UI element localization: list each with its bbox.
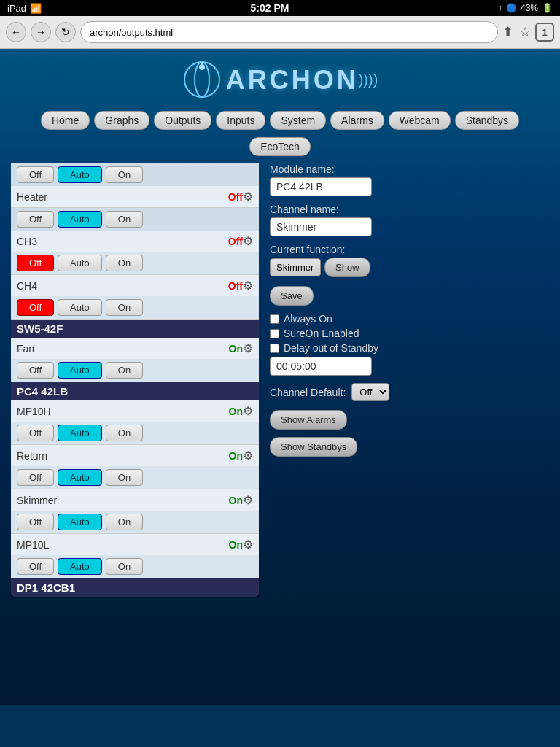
ch3-auto-top[interactable]: Auto bbox=[58, 211, 102, 228]
current-function-label: Current function: bbox=[270, 244, 549, 255]
delay-standby-label: Delay out of Standby bbox=[284, 342, 378, 354]
channel-name-input[interactable] bbox=[270, 217, 372, 236]
ch3-bottom-controls: Off Auto On bbox=[11, 252, 259, 274]
address-bar[interactable]: archon/outputs.html bbox=[80, 21, 498, 43]
ch4-off-btn[interactable]: Off bbox=[17, 299, 54, 316]
heater-auto-top[interactable]: Auto bbox=[58, 166, 102, 183]
heater-top-controls: Off Auto On bbox=[11, 163, 259, 186]
return-status: On bbox=[229, 450, 243, 462]
always-on-label: Always On bbox=[284, 313, 332, 325]
channel-row-mp10h: MP10H On Off Auto On bbox=[11, 400, 259, 445]
ch3-auto-btn[interactable]: Auto bbox=[58, 255, 102, 271]
delay-time-input[interactable] bbox=[270, 357, 372, 376]
sure-on-checkbox[interactable] bbox=[270, 329, 279, 338]
bookmark-icon[interactable]: ☆ bbox=[519, 24, 531, 40]
nav-outputs[interactable]: Outputs bbox=[154, 111, 211, 130]
skimmer-on-btn[interactable]: On bbox=[106, 514, 143, 530]
skimmer-gear-icon[interactable] bbox=[243, 493, 253, 507]
carrier-label: iPad bbox=[7, 3, 26, 14]
fan-controls: Off Auto On bbox=[11, 359, 259, 382]
channel-row-mp10l: MP10L On Off Auto On bbox=[11, 534, 259, 578]
channel-row-return: Return On Off Auto On bbox=[11, 445, 259, 489]
return-on-btn[interactable]: On bbox=[106, 469, 143, 486]
ch3-on-btn[interactable]: On bbox=[106, 255, 143, 271]
ch4-auto-btn[interactable]: Auto bbox=[58, 299, 102, 316]
ch3-label: CH3 bbox=[17, 236, 228, 247]
sw5-header: SW5-42F bbox=[11, 320, 259, 338]
nav-webcam[interactable]: Webcam bbox=[389, 111, 451, 130]
always-on-row: Always On bbox=[270, 313, 549, 325]
show-alarms-button[interactable]: Show Alarms bbox=[270, 410, 347, 430]
show-button[interactable]: Show bbox=[324, 258, 370, 277]
mp10l-on-btn[interactable]: On bbox=[106, 558, 143, 575]
dp1-header: DP1 42CB1 bbox=[11, 578, 259, 597]
function-select[interactable]: Skimmer bbox=[270, 258, 321, 276]
save-button[interactable]: Save bbox=[270, 286, 314, 306]
heater-gear-icon[interactable] bbox=[243, 190, 253, 204]
status-bar: iPad 📶 5:02 PM ↑ 🔵 43% 🔋 bbox=[0, 0, 560, 16]
show-standbys-button[interactable]: Show Standbys bbox=[270, 437, 357, 457]
forward-button[interactable]: → bbox=[31, 22, 51, 42]
module-default: Off Auto On Heater Off Off Auto bbox=[11, 163, 259, 320]
channel-name-label: Channel name: bbox=[270, 204, 549, 215]
mp10l-label: MP10L bbox=[17, 539, 229, 551]
ch3-on-top[interactable]: On bbox=[106, 211, 143, 228]
fan-gear-icon[interactable] bbox=[243, 341, 253, 355]
share-icon[interactable]: ⬆ bbox=[502, 24, 513, 40]
pc4-header: PC4 42LB bbox=[11, 382, 259, 400]
nav-alarms[interactable]: Alarms bbox=[330, 111, 384, 130]
delay-standby-checkbox[interactable] bbox=[270, 344, 279, 353]
back-button[interactable]: ← bbox=[6, 22, 26, 42]
fan-name-row: Fan On bbox=[11, 338, 259, 359]
fan-off-btn[interactable]: Off bbox=[17, 362, 54, 379]
mp10l-gear-icon[interactable] bbox=[243, 538, 253, 551]
skimmer-off-btn[interactable]: Off bbox=[17, 514, 54, 530]
module-pc4: PC4 42LB MP10H On Off Auto On bbox=[11, 382, 259, 578]
fan-auto-btn[interactable]: Auto bbox=[58, 362, 102, 379]
nav-system[interactable]: System bbox=[270, 111, 326, 130]
mp10h-auto-btn[interactable]: Auto bbox=[58, 425, 102, 441]
mp10h-on-btn[interactable]: On bbox=[106, 425, 143, 441]
mp10h-off-btn[interactable]: Off bbox=[17, 425, 54, 441]
fan-label: Fan bbox=[17, 343, 229, 355]
mp10l-off-btn[interactable]: Off bbox=[17, 558, 54, 575]
skimmer-auto-btn[interactable]: Auto bbox=[58, 514, 102, 530]
channel-row-skimmer: Skimmer On Off Auto On bbox=[11, 489, 259, 534]
ch3-off-top[interactable]: Off bbox=[17, 211, 54, 228]
nav-home[interactable]: Home bbox=[41, 111, 90, 130]
main-content: Off Auto On Heater Off Off Auto bbox=[0, 163, 560, 611]
module-name-input[interactable] bbox=[270, 177, 372, 196]
nav-standbys[interactable]: Standbys bbox=[455, 111, 519, 130]
browser-toolbar: ← → ↻ archon/outputs.html ⬆ ☆ 1 bbox=[0, 16, 560, 48]
ch4-label: CH4 bbox=[17, 280, 228, 292]
heater-on-top[interactable]: On bbox=[106, 166, 143, 183]
tab-count[interactable]: 1 bbox=[535, 23, 554, 42]
nav-inputs[interactable]: Inputs bbox=[216, 111, 265, 130]
status-right: ↑ 🔵 43% 🔋 bbox=[498, 3, 553, 13]
ch4-gear-icon[interactable] bbox=[243, 279, 253, 293]
ecotech-section: EcoTech bbox=[0, 137, 560, 156]
nav-graphs[interactable]: Graphs bbox=[94, 111, 149, 130]
channel-default-select[interactable]: Off On bbox=[351, 383, 389, 401]
battery-label: 43% bbox=[521, 3, 538, 13]
ch3-off-btn[interactable]: Off bbox=[17, 255, 54, 271]
ch4-on-btn[interactable]: On bbox=[106, 299, 143, 316]
fan-on-btn[interactable]: On bbox=[106, 362, 143, 379]
return-gear-icon[interactable] bbox=[243, 449, 253, 462]
logo-container: ARCHON )))) bbox=[0, 60, 560, 100]
mp10h-gear-icon[interactable] bbox=[243, 404, 253, 418]
reload-button[interactable]: ↻ bbox=[55, 22, 76, 42]
return-off-btn[interactable]: Off bbox=[17, 469, 54, 486]
return-auto-btn[interactable]: Auto bbox=[58, 469, 102, 486]
channel-row-ch3: Off Auto On CH3 Off Off Auto On bbox=[11, 208, 259, 275]
mp10l-name-row: MP10L On bbox=[11, 534, 259, 555]
fan-status: On bbox=[229, 343, 243, 355]
heater-off-top[interactable]: Off bbox=[17, 166, 54, 183]
ch3-gear-icon[interactable] bbox=[243, 234, 253, 248]
mp10l-auto-btn[interactable]: Auto bbox=[58, 558, 102, 575]
nav-ecotech[interactable]: EcoTech bbox=[249, 137, 311, 156]
mp10h-controls: Off Auto On bbox=[11, 422, 259, 444]
heater-label: Heater bbox=[17, 191, 228, 203]
url-text: archon/outputs.html bbox=[90, 27, 173, 38]
always-on-checkbox[interactable] bbox=[270, 314, 279, 324]
